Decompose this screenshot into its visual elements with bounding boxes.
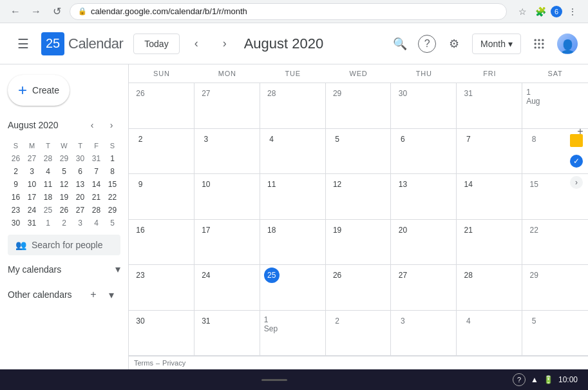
prev-month-button[interactable]: ‹ xyxy=(185,32,208,55)
calendar-cell[interactable]: 26 xyxy=(326,265,392,311)
calendar-cell[interactable]: 30 xyxy=(391,83,457,129)
calendar-cell[interactable]: 25 xyxy=(260,265,326,311)
calendar-cell[interactable]: 13 xyxy=(391,174,457,220)
calendar-cell[interactable]: 29 xyxy=(326,83,392,129)
forward-button[interactable]: → xyxy=(28,4,44,19)
calendar-cell[interactable]: 29 xyxy=(522,265,588,311)
mini-cal-day[interactable]: 27 xyxy=(72,204,88,217)
calendar-cell[interactable]: 5 xyxy=(522,311,588,356)
calendar-cell[interactable]: 9 xyxy=(129,174,194,220)
calendar-cell[interactable]: 1 Aug xyxy=(522,83,588,129)
add-calendar-button[interactable]: + xyxy=(84,286,102,304)
help-circle[interactable]: ? xyxy=(513,373,526,386)
mini-cal-day[interactable]: 20 xyxy=(72,191,88,204)
mini-cal-day[interactable]: 6 xyxy=(72,165,88,178)
other-calendars-chevron[interactable]: ▾ xyxy=(102,286,120,304)
mini-cal-day[interactable]: 4 xyxy=(88,217,104,229)
calendar-cell[interactable]: 30 xyxy=(129,311,194,356)
calendar-cell[interactable]: 3 xyxy=(391,311,457,356)
mini-cal-day[interactable]: 17 xyxy=(24,191,40,204)
calendar-cell[interactable]: 21 xyxy=(457,220,522,266)
help-button[interactable]: ? xyxy=(418,35,436,53)
mini-cal-day[interactable]: 3 xyxy=(72,217,88,229)
avatar[interactable]: 👤 xyxy=(557,34,578,54)
mini-cal-day[interactable]: 23 xyxy=(8,204,24,217)
mini-cal-day[interactable]: 27 xyxy=(24,152,40,165)
mini-cal-day[interactable]: 12 xyxy=(56,178,72,191)
mini-cal-day[interactable]: 24 xyxy=(24,204,40,217)
calendar-cell[interactable]: 11 xyxy=(260,174,326,220)
calendar-cell[interactable]: 24 xyxy=(194,265,260,311)
mini-cal-day[interactable]: 14 xyxy=(88,178,104,191)
calendar-cell[interactable]: 2 xyxy=(129,129,194,175)
star-button[interactable]: ☆ xyxy=(515,4,530,19)
mini-cal-day[interactable]: 16 xyxy=(8,191,24,204)
mini-cal-day[interactable]: 4 xyxy=(40,165,56,178)
calendar-cell[interactable]: 7 xyxy=(457,129,522,175)
calendar-cell[interactable]: 5 xyxy=(326,129,392,175)
calendar-cell[interactable]: 14 xyxy=(457,174,522,220)
extensions-button[interactable]: 🧩 xyxy=(533,4,548,19)
more-button[interactable]: ⋮ xyxy=(565,4,580,19)
mini-cal-day[interactable]: 5 xyxy=(104,217,120,229)
mini-cal-day[interactable]: 25 xyxy=(40,204,56,217)
logo[interactable]: 25 Calendar xyxy=(41,32,123,55)
mini-cal-day[interactable]: 7 xyxy=(88,165,104,178)
today-button[interactable]: Today xyxy=(133,34,179,54)
calendar-cell[interactable]: 4 xyxy=(457,311,522,356)
mini-cal-day[interactable]: 29 xyxy=(104,204,120,217)
mini-cal-day[interactable]: 15 xyxy=(104,178,120,191)
mini-cal-day[interactable]: 9 xyxy=(8,178,24,191)
calendar-cell[interactable]: 12 xyxy=(326,174,392,220)
view-selector[interactable]: Month ▾ xyxy=(472,34,521,54)
calendar-cell[interactable]: 26 xyxy=(129,83,194,129)
calendar-cell[interactable]: 20 xyxy=(391,220,457,266)
scroll-right-button[interactable]: › xyxy=(570,176,583,189)
mini-cal-day[interactable]: 28 xyxy=(40,152,56,165)
mini-cal-day[interactable]: 10 xyxy=(24,178,40,191)
mini-cal-day[interactable]: 28 xyxy=(88,204,104,217)
calendar-cell[interactable]: 6 xyxy=(391,129,457,175)
mini-cal-day[interactable]: 1 xyxy=(104,152,120,165)
calendar-cell[interactable]: 31 xyxy=(457,83,522,129)
calendar-cell[interactable]: 28 xyxy=(457,265,522,311)
calendar-cell[interactable]: 2 xyxy=(326,311,392,356)
calendar-cell[interactable]: 27 xyxy=(194,83,260,129)
apps-button[interactable] xyxy=(526,31,552,57)
mini-cal-day[interactable]: 29 xyxy=(56,152,72,165)
mini-cal-next[interactable]: › xyxy=(102,116,120,134)
refresh-button[interactable]: ↺ xyxy=(49,4,64,19)
back-button[interactable]: ← xyxy=(8,4,23,19)
calendar-cell[interactable]: 23 xyxy=(129,265,194,311)
calendar-cell[interactable]: 22 xyxy=(522,220,588,266)
my-calendars-section[interactable]: My calendars ▾ xyxy=(8,255,120,278)
address-bar[interactable]: 🔒 calendar.google.com/calendar/b/1/r/mon… xyxy=(70,3,507,20)
calendar-cell[interactable]: 3 xyxy=(194,129,260,175)
mini-cal-day[interactable]: 5 xyxy=(56,165,72,178)
settings-button[interactable]: ⚙ xyxy=(441,31,467,57)
mini-cal-day[interactable]: 31 xyxy=(24,217,40,229)
mini-cal-day[interactable]: 26 xyxy=(56,204,72,217)
calendar-cell[interactable]: 17 xyxy=(194,220,260,266)
calendar-cell[interactable]: 19 xyxy=(326,220,392,266)
terms-link[interactable]: Terms xyxy=(134,359,153,367)
search-people-button[interactable]: 👥 Search for people xyxy=(8,235,120,255)
mini-cal-day[interactable]: 2 xyxy=(56,217,72,229)
calendar-cell[interactable]: 1 Sep xyxy=(260,311,326,356)
mini-cal-day[interactable]: 1 xyxy=(40,217,56,229)
mini-cal-day[interactable]: 31 xyxy=(88,152,104,165)
calendar-cell[interactable]: 31 xyxy=(194,311,260,356)
search-button[interactable]: 🔍 xyxy=(387,31,413,57)
next-month-button[interactable]: › xyxy=(213,32,236,55)
calendar-cell[interactable]: 16 xyxy=(129,220,194,266)
calendar-cell[interactable]: 18 xyxy=(260,220,326,266)
mini-cal-day[interactable]: 22 xyxy=(104,191,120,204)
mini-cal-day[interactable]: 11 xyxy=(40,178,56,191)
calendar-cell[interactable]: 28 xyxy=(260,83,326,129)
mini-cal-day[interactable]: 8 xyxy=(104,165,120,178)
other-calendars-label[interactable]: Other calendars xyxy=(8,289,84,300)
mini-cal-day[interactable]: 30 xyxy=(72,152,88,165)
mini-cal-day[interactable]: 26 xyxy=(8,152,24,165)
mini-cal-day[interactable]: 18 xyxy=(40,191,56,204)
create-button[interactable]: + Create xyxy=(8,75,70,106)
